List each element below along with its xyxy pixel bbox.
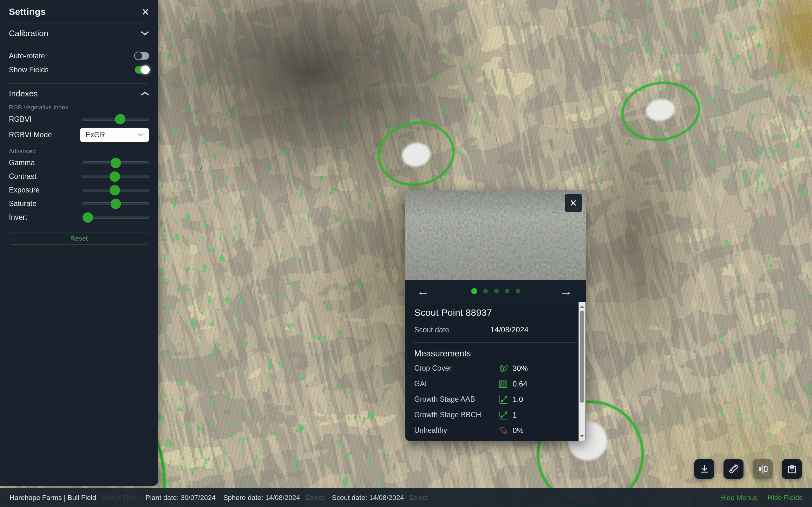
measurement-row: GAI 0.64 — [414, 376, 577, 392]
carousel-prev-arrow-icon[interactable]: ← — [417, 285, 429, 297]
rgb-group-label: RGB Vegetative Index — [9, 104, 149, 111]
scout-date-value: 14/08/2024 — [490, 325, 529, 334]
scout-date-select-button[interactable]: Select — [409, 494, 428, 502]
growth-chart-icon — [497, 394, 509, 405]
unhealthy-leaf-icon — [497, 425, 509, 436]
farm-field-label: Harehope Farms | Bull Field — [9, 494, 96, 502]
exposure-label: Exposure — [9, 186, 40, 194]
settings-close-icon[interactable]: × — [142, 7, 149, 16]
photo-vignette — [405, 189, 586, 280]
close-icon: × — [570, 197, 577, 209]
sphere-date-select-button[interactable]: Select — [305, 494, 324, 502]
app-root: { "sidebar": { "title": "Settings", "cal… — [0, 0, 812, 507]
download-button[interactable] — [694, 459, 714, 479]
chevron-down-icon — [137, 132, 145, 137]
carousel-dot[interactable] — [483, 289, 488, 294]
rgbvi-mode-label: RGBVI Mode — [9, 131, 52, 139]
compare-button[interactable] — [753, 459, 773, 479]
status-bar: Harehope Farms | Bull Field Select Field… — [0, 488, 812, 507]
growth-chart-icon — [497, 409, 509, 421]
rgbvi-slider[interactable] — [82, 118, 149, 121]
calibration-section-header[interactable]: Calibration — [9, 23, 149, 43]
gamma-label: Gamma — [9, 159, 35, 167]
show-fields-toggle[interactable] — [135, 66, 149, 73]
status-bar-right: Hide Menus Hide Fields — [720, 494, 803, 502]
hide-menus-link[interactable]: Hide Menus — [720, 494, 757, 502]
measurement-row: Growth Stage BBCH 1 — [414, 407, 577, 422]
hatch-square-icon — [497, 378, 509, 390]
select-field-button[interactable]: Select Field — [102, 494, 138, 502]
carousel-next-arrow-icon[interactable]: → — [559, 285, 572, 297]
compare-split-icon — [757, 463, 768, 474]
carousel-dot[interactable] — [516, 289, 521, 294]
scrollbar-down-arrow[interactable] — [579, 431, 586, 441]
sphere-date-label: Sphere date: 14/08/2024 — [223, 494, 300, 502]
map-locations-button[interactable] — [782, 459, 802, 479]
map-pin-icon — [787, 463, 797, 474]
saturate-label: Saturate — [9, 200, 37, 208]
rgbvi-label: RGBVI — [9, 115, 32, 124]
scout-point-title: Scout Point 88937 — [414, 307, 577, 318]
auto-rotate-toggle[interactable] — [135, 52, 149, 60]
popup-close-button[interactable]: × — [565, 194, 582, 212]
photo-carousel-nav: ← → — [405, 280, 586, 302]
chevron-up-icon — [141, 91, 149, 96]
scout-date-label: Scout date: 14/08/2024 — [332, 494, 404, 502]
exposure-slider[interactable] — [82, 189, 149, 191]
rgbvi-mode-select[interactable]: ExGR — [80, 128, 149, 142]
chevron-down-icon — [141, 31, 149, 36]
scout-popup-body: Scout Point 88937 Scout date 14/08/2024 … — [405, 307, 586, 438]
ruler-icon — [728, 463, 739, 474]
plant-date-label: Plant date: 30/07/2024 — [145, 494, 215, 502]
gamma-slider[interactable] — [82, 161, 149, 164]
scout-marker-blob[interactable] — [645, 97, 676, 123]
download-icon — [699, 463, 710, 474]
reset-button[interactable]: Reset — [9, 232, 149, 245]
carousel-dots — [471, 288, 521, 294]
divider — [9, 43, 149, 44]
invert-slider[interactable] — [82, 216, 149, 219]
map-tools — [694, 459, 802, 479]
scout-point-popup: × ← → Scout Point 88937 Scout date 14/08… — [405, 189, 586, 441]
scout-marker-blob[interactable] — [400, 141, 432, 169]
scout-photo[interactable]: × — [405, 189, 586, 280]
leaf-icon — [497, 363, 509, 374]
carousel-dot[interactable] — [505, 289, 510, 294]
contrast-slider[interactable] — [82, 175, 149, 178]
scrollbar-thumb[interactable] — [580, 311, 584, 403]
measurement-row: Growth Stage AAB 1.0 — [414, 392, 577, 407]
measurement-row: Crop Cover 30% — [414, 360, 577, 376]
invert-label: Invert — [9, 213, 27, 222]
status-bar-left: Harehope Farms | Bull Field Select Field… — [9, 494, 428, 502]
scrollbar-up-arrow[interactable] — [579, 302, 586, 312]
advanced-label: Advanced — [9, 148, 149, 155]
saturate-slider[interactable] — [82, 202, 149, 205]
divider — [414, 342, 577, 343]
settings-panel: Settings × Calibration Auto-rotate Show … — [0, 0, 158, 486]
measure-button[interactable] — [723, 459, 744, 479]
settings-title: Settings — [9, 7, 46, 17]
carousel-dot[interactable] — [471, 288, 477, 294]
hide-fields-link[interactable]: Hide Fields — [768, 494, 803, 502]
scout-date-label: Scout date — [414, 326, 490, 334]
indexes-section-header[interactable]: Indexes — [9, 84, 149, 103]
carousel-dot[interactable] — [494, 289, 499, 294]
auto-rotate-label: Auto-rotate — [9, 52, 45, 60]
contrast-label: Contrast — [9, 172, 37, 181]
measurements-heading: Measurements — [414, 348, 577, 358]
measurement-row: Unhealthy 0% — [414, 422, 577, 438]
popup-scrollbar[interactable] — [579, 302, 586, 441]
show-fields-label: Show Fields — [9, 66, 49, 74]
